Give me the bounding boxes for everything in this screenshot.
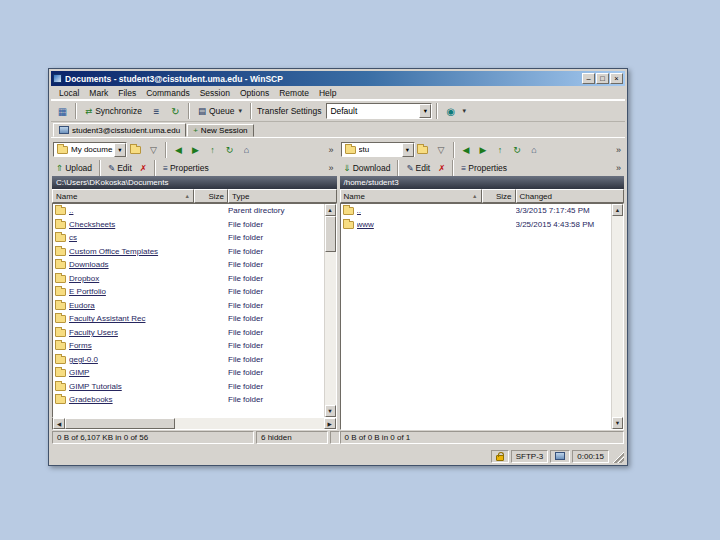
column-header-name[interactable]: Name ▲ <box>52 189 194 203</box>
scroll-down-icon[interactable]: ▼ <box>612 417 623 429</box>
chevron-down-icon[interactable]: ▾ <box>114 143 126 157</box>
cell-type: File folder <box>228 247 324 256</box>
chevron-down-icon[interactable]: ▾ <box>419 104 431 118</box>
menu-remote[interactable]: Remote <box>274 87 314 99</box>
column-header-changed[interactable]: Changed <box>516 189 625 203</box>
file-row[interactable]: Faculty Assistant RecFile folder <box>53 312 324 326</box>
horizontal-scrollbar[interactable]: ◀ ▶ <box>52 418 337 430</box>
chevron-down-icon[interactable]: ▾ <box>402 143 414 157</box>
session-tab[interactable]: student3@cisstudent.uma.edu <box>53 123 186 137</box>
minimize-button[interactable]: – <box>582 73 595 84</box>
back-icon[interactable]: ◀ <box>459 142 474 157</box>
properties-button[interactable]: ≡ Properties <box>458 162 510 174</box>
scroll-up-icon[interactable]: ▲ <box>612 204 623 216</box>
delete-button[interactable]: ✗ <box>435 162 448 174</box>
file-row[interactable]: ..3/3/2015 7:17:45 PM <box>341 204 612 218</box>
menu-mark[interactable]: Mark <box>84 87 113 99</box>
edit-button[interactable]: ✎ Edit <box>105 162 135 174</box>
delete-button[interactable]: ✗ <box>137 162 150 174</box>
overflow-chevron-icon[interactable]: » <box>616 145 623 155</box>
menu-commands[interactable]: Commands <box>141 87 194 99</box>
maximize-button[interactable]: □ <box>596 73 609 84</box>
forward-icon[interactable]: ▶ <box>188 142 203 157</box>
refresh-icon[interactable]: ↻ <box>167 103 184 120</box>
new-session-tab[interactable]: + New Session <box>187 124 253 137</box>
file-row[interactable]: www3/25/2015 4:43:58 PM <box>341 218 612 232</box>
file-row[interactable]: GradebooksFile folder <box>53 393 324 407</box>
parent-directory-icon[interactable]: ↑ <box>205 142 220 157</box>
overflow-chevron-icon[interactable]: » <box>328 163 335 173</box>
file-row[interactable]: gegl-0.0File folder <box>53 353 324 367</box>
menu-files[interactable]: Files <box>113 87 141 99</box>
resize-grip[interactable] <box>611 450 624 463</box>
file-row[interactable]: DownloadsFile folder <box>53 258 324 272</box>
file-row[interactable]: ..Parent directory <box>53 204 324 218</box>
scroll-up-icon[interactable]: ▲ <box>325 204 336 216</box>
menu-local[interactable]: Local <box>54 87 84 99</box>
vertical-scrollbar[interactable]: ▲ ▼ <box>611 204 623 429</box>
file-row[interactable]: DropboxFile folder <box>53 272 324 286</box>
file-row[interactable]: GIMP TutorialsFile folder <box>53 380 324 394</box>
menu-options[interactable]: Options <box>235 87 274 99</box>
filter-icon[interactable]: ▽ <box>146 142 161 157</box>
overflow-chevron-icon[interactable]: » <box>328 145 335 155</box>
synchronize-button[interactable]: ⇄ Synchronize <box>81 102 146 120</box>
vertical-scrollbar[interactable]: ▲ ▼ <box>324 204 336 417</box>
edit-button[interactable]: ✎ Edit <box>403 162 433 174</box>
protocol-section[interactable]: SFTP-3 <box>511 450 549 463</box>
console-icon[interactable]: ≡ <box>148 103 165 120</box>
remote-path-bar[interactable]: /home/student3 <box>340 176 625 189</box>
local-drive-combo[interactable]: My docume ▾ <box>53 142 127 157</box>
file-row[interactable]: FormsFile folder <box>53 339 324 353</box>
cell-name: Faculty Assistant Rec <box>69 314 194 323</box>
menu-session[interactable]: Session <box>195 87 235 99</box>
file-row[interactable]: EudoraFile folder <box>53 299 324 313</box>
open-directory-icon[interactable] <box>417 146 428 154</box>
file-row[interactable]: Custom Office TemplatesFile folder <box>53 245 324 259</box>
scrollbar-thumb[interactable] <box>65 418 175 429</box>
transfer-settings-combo[interactable]: Default ▾ <box>326 103 432 119</box>
file-row[interactable]: ChecksheetsFile folder <box>53 218 324 232</box>
home-icon[interactable]: ⌂ <box>527 142 542 157</box>
home-icon[interactable]: ⌂ <box>239 142 254 157</box>
overflow-chevron-icon[interactable]: » <box>616 163 623 173</box>
chevron-down-icon[interactable]: ▾ <box>462 107 466 115</box>
scroll-down-icon[interactable]: ▼ <box>325 405 336 417</box>
column-header-size[interactable]: Size <box>482 189 516 203</box>
column-header-name[interactable]: Name ▲ <box>340 189 482 203</box>
forward-icon[interactable]: ▶ <box>476 142 491 157</box>
properties-button[interactable]: ≡ Properties <box>160 162 212 174</box>
back-icon[interactable]: ◀ <box>171 142 186 157</box>
filter-icon[interactable]: ▽ <box>434 142 449 157</box>
close-button[interactable]: × <box>610 73 623 84</box>
file-row[interactable]: Faculty UsersFile folder <box>53 326 324 340</box>
download-button[interactable]: ⇓ Download <box>341 162 394 174</box>
layout-icon[interactable]: ▦ <box>54 103 71 120</box>
open-directory-icon[interactable] <box>130 146 141 154</box>
scrollbar-thumb[interactable] <box>325 216 336 252</box>
refresh-icon[interactable]: ↻ <box>222 142 237 157</box>
file-row[interactable]: E PortfolioFile folder <box>53 285 324 299</box>
local-path-bar[interactable]: C:\Users\DKokoska\Documents <box>52 176 337 189</box>
refresh-icon[interactable]: ↻ <box>510 142 525 157</box>
scrollbar-track[interactable] <box>325 252 336 405</box>
scroll-left-icon[interactable]: ◀ <box>53 418 65 429</box>
scroll-right-icon[interactable]: ▶ <box>324 418 336 429</box>
title-bar[interactable]: Documents - student3@cisstudent.uma.edu … <box>51 71 625 86</box>
upload-button[interactable]: ⇑ Upload <box>53 162 95 174</box>
remote-drive-combo[interactable]: stu ▾ <box>341 142 415 157</box>
file-row[interactable]: csFile folder <box>53 231 324 245</box>
scrollbar-track[interactable] <box>612 216 623 417</box>
column-header-size[interactable]: Size <box>194 189 228 203</box>
transfer-preset-icon[interactable]: ◉ <box>442 103 459 120</box>
toolbar-separator <box>75 103 77 119</box>
queue-button[interactable]: ▤ Queue ▾ <box>194 102 246 120</box>
parent-directory-icon[interactable]: ↑ <box>493 142 508 157</box>
column-header-type[interactable]: Type <box>228 189 337 203</box>
menu-help[interactable]: Help <box>314 87 341 99</box>
scrollbar-track[interactable] <box>175 418 324 429</box>
session-icon-section[interactable] <box>550 450 570 463</box>
encryption-section[interactable] <box>491 450 509 463</box>
hidden-files-status[interactable]: 6 hidden <box>256 431 328 444</box>
file-row[interactable]: GIMPFile folder <box>53 366 324 380</box>
